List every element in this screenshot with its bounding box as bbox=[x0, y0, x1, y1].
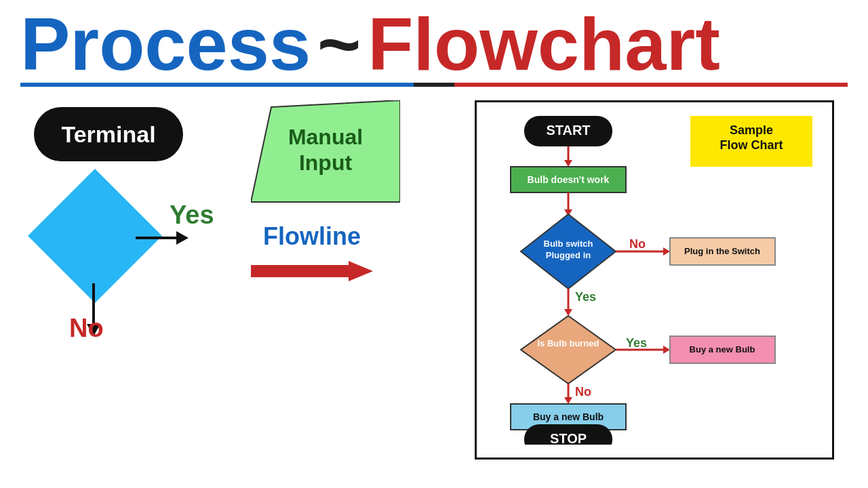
terminal-label: Terminal bbox=[61, 121, 155, 148]
arrowhead-switch-burned bbox=[564, 309, 572, 316]
yes-label: Yes bbox=[170, 201, 214, 230]
arrow-line-h bbox=[136, 237, 176, 239]
no-label: No bbox=[69, 314, 104, 343]
burned-label1: Is Bulb burned bbox=[538, 338, 599, 348]
switch-label2: Plugged in bbox=[546, 250, 591, 260]
underline-dark bbox=[414, 83, 454, 87]
sample-label-text2: Flow Chart bbox=[720, 138, 783, 152]
title-area: Process ~ Flowchart bbox=[0, 0, 868, 81]
content-area: Terminal ManualInput Decision Yes bbox=[0, 100, 868, 460]
title-tilde: ~ bbox=[317, 7, 361, 81]
start-label: START bbox=[546, 123, 590, 138]
plug-label: Plug in the Switch bbox=[684, 246, 760, 256]
arrow-head-right bbox=[176, 231, 189, 245]
arrowhead-burned-new1 bbox=[663, 346, 670, 354]
burned-diamond bbox=[521, 316, 616, 384]
switch-no-label: No bbox=[629, 237, 646, 251]
new-bulb-label2: Buy a new Bulb bbox=[533, 411, 604, 422]
arrow-right bbox=[136, 231, 189, 245]
decision-area: Decision bbox=[27, 188, 122, 283]
flowline-arrow-body bbox=[251, 261, 373, 281]
manual-input-label: ManualInput bbox=[271, 124, 380, 176]
arrowhead-burned-new2 bbox=[564, 397, 572, 404]
arrowhead-switch-plug bbox=[663, 247, 670, 256]
terminal-shape: Terminal bbox=[34, 107, 183, 161]
underline-blue bbox=[20, 83, 414, 87]
underline-bar bbox=[20, 83, 848, 87]
flowline-area: Flowline bbox=[251, 222, 373, 281]
burned-yes-label: Yes bbox=[626, 336, 647, 350]
stop-label: STOP bbox=[550, 431, 587, 445]
new-bulb-label1: Buy a new Bulb bbox=[690, 344, 755, 354]
flowline-label: Flowline bbox=[251, 222, 373, 251]
flowline-arrow bbox=[251, 261, 373, 281]
arrowhead-start-bulb bbox=[564, 160, 572, 167]
flowchart-svg: Sample Flow Chart START Bulb doesn't wor… bbox=[490, 113, 823, 445]
shapes-area: Terminal ManualInput Decision Yes bbox=[20, 100, 461, 460]
bulb-process-label: Bulb doesn't work bbox=[528, 174, 610, 185]
flowchart-box: Sample Flow Chart START Bulb doesn't wor… bbox=[475, 100, 834, 460]
manual-input-text-span: ManualInput bbox=[288, 125, 363, 175]
switch-label1: Bulb switch bbox=[544, 239, 593, 249]
burned-no-label: No bbox=[575, 385, 591, 399]
title-process: Process bbox=[20, 7, 311, 81]
sample-label-text1: Sample bbox=[730, 123, 773, 137]
underline-red bbox=[454, 83, 848, 87]
title-flowchart: Flowchart bbox=[368, 7, 720, 81]
switch-yes-label: Yes bbox=[575, 290, 596, 304]
